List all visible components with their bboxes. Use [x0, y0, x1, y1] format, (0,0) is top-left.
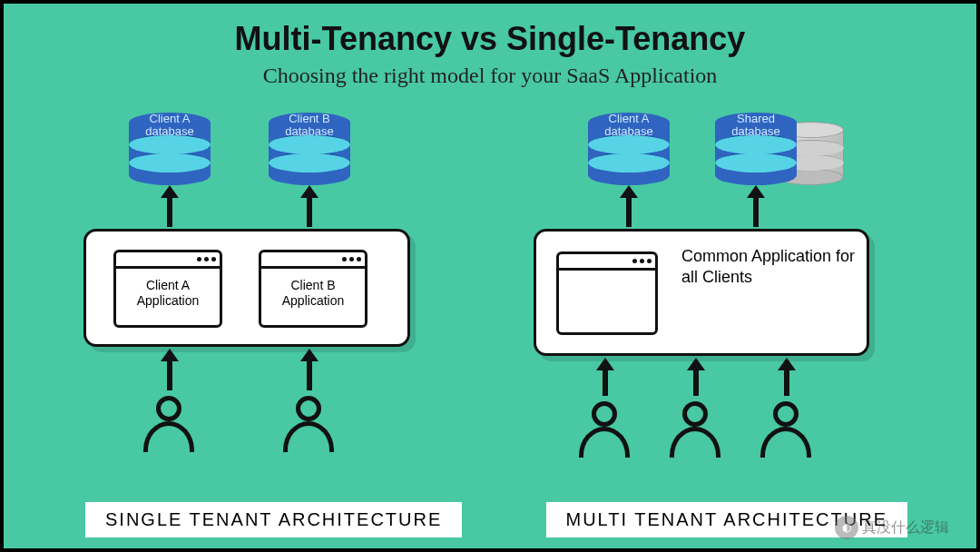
database-client-a-label: Client Adatabase [129, 111, 211, 139]
arrow-up-icon [603, 369, 608, 396]
page-subtitle: Choosing the right model for your SaaS A… [4, 64, 976, 88]
arrow-up-icon [307, 360, 312, 390]
app-window-client-b: Client B Application [259, 250, 368, 328]
page-title: Multi-Tenancy vs Single-Tenancy [4, 4, 976, 58]
arrow-up-icon [167, 360, 172, 390]
user-icon [760, 401, 811, 458]
user-icon [670, 401, 720, 458]
arrow-up-icon [626, 196, 632, 227]
arrow-up-icon [784, 369, 789, 396]
diagram-columns: Client Adatabase Client Bdatabase Client… [4, 113, 976, 494]
app-window-common [556, 251, 658, 335]
user-icon [283, 396, 334, 452]
arrow-up-icon [307, 196, 312, 227]
single-tenant-column: Client Adatabase Client Bdatabase Client… [65, 113, 456, 494]
database-client-a-multi-label: Client Adatabase [588, 111, 670, 139]
database-client-b-label: Client Bdatabase [269, 111, 350, 139]
database-client-b-icon: Client Bdatabase [269, 113, 350, 185]
database-shared-label: Shareddatabase [715, 111, 797, 139]
user-icon [143, 396, 194, 452]
watermark: ◐ 真没什么逻辑 [835, 516, 949, 539]
database-client-a-icon: Client Adatabase [129, 113, 211, 185]
app-window-client-a: Client A Application [113, 250, 222, 328]
user-icon [579, 401, 630, 458]
database-shared-icon: Shareddatabase [715, 113, 797, 185]
app-a-label: Client A Application [116, 269, 220, 309]
arrow-up-icon [753, 196, 759, 227]
multi-tenant-column: Client Adatabase Shareddatabase Common A… [524, 113, 915, 494]
arrow-up-icon [167, 196, 172, 227]
watermark-text: 真没什么逻辑 [862, 518, 949, 537]
multi-app-panel: Common Application for all Clients [534, 229, 869, 356]
single-tenant-footer-label: SINGLE TENANT ARCHITECTURE [85, 502, 462, 537]
app-b-label: Client B Application [261, 269, 365, 309]
single-app-panel: Client A Application Client B Applicatio… [83, 229, 410, 347]
database-client-a-multi-icon: Client Adatabase [588, 113, 670, 185]
arrow-up-icon [693, 369, 699, 396]
watermark-logo-icon: ◐ [835, 516, 858, 539]
common-app-label: Common Application for all Clients [681, 246, 863, 289]
